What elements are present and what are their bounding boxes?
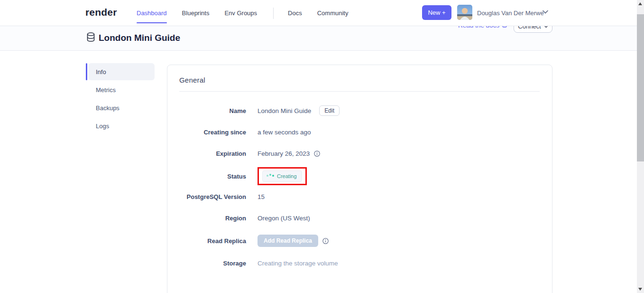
storage-value: Creating the storage volume (258, 260, 338, 267)
creating-since-label: Creating since (179, 129, 246, 136)
avatar-photo (457, 5, 472, 20)
edit-name-button[interactable]: Edit (319, 105, 340, 116)
row-read-replica: Read Replica Add Read Replica (179, 235, 540, 247)
row-expiration: Expiration February 26, 2023 (179, 149, 540, 159)
region-label: Region (179, 215, 246, 222)
nav-divider (273, 8, 274, 19)
sidebar-nav: Info Metrics Backups Logs (88, 63, 155, 135)
expiration-value: February 26, 2023 (258, 150, 310, 157)
row-name: Name London Mini Guide Edit (179, 105, 540, 116)
page-header: London Mini Guide Read the docs Connect (0, 26, 644, 51)
name-value: London Mini Guide (258, 107, 311, 114)
sidebar-item-logs[interactable]: Logs (88, 117, 155, 134)
top-navbar: render Dashboard Blueprints Env Groups D… (0, 0, 644, 26)
general-card: General Name London Mini Guide Edit Crea… (167, 65, 552, 293)
render-logo[interactable]: render (85, 7, 117, 18)
row-region: Region Oregon (US West) (179, 213, 540, 223)
new-button[interactable]: New + (422, 5, 451, 20)
user-avatar[interactable] (457, 5, 472, 20)
scroll-down-icon[interactable] (638, 288, 642, 291)
status-badge-text: Creating (277, 173, 297, 179)
status-label: Status (179, 173, 246, 180)
nav-community[interactable]: Community (317, 0, 349, 26)
sidebar-item-info[interactable]: Info (88, 63, 155, 80)
chevron-down-icon[interactable] (543, 9, 548, 15)
primary-nav: Dashboard Blueprints Env Groups Docs Com… (137, 0, 363, 26)
sidebar-active-indicator (86, 63, 87, 80)
sidebar-item-metrics[interactable]: Metrics (88, 81, 155, 98)
sidebar-item-backups[interactable]: Backups (88, 99, 155, 116)
vertical-scrollbar[interactable] (637, 0, 644, 293)
row-creating-since: Creating since a few seconds ago (179, 127, 540, 137)
nav-dashboard[interactable]: Dashboard (137, 0, 167, 26)
scrollbar-thumb[interactable] (637, 14, 644, 161)
info-icon[interactable] (314, 151, 320, 157)
expiration-label: Expiration (179, 150, 246, 157)
status-badge: Creating (262, 170, 302, 182)
annotation-highlight-box: Creating (258, 167, 307, 185)
pg-version-label: PostgreSQL Version (179, 193, 246, 200)
creating-since-value: a few seconds ago (258, 129, 311, 136)
database-icon (87, 32, 95, 44)
name-label: Name (179, 107, 246, 114)
row-pg-version: PostgreSQL Version 15 (179, 192, 540, 202)
row-storage: Storage Creating the storage volume (179, 258, 540, 268)
storage-label: Storage (179, 260, 246, 267)
card-heading: General (179, 76, 540, 84)
add-read-replica-button[interactable]: Add Read Replica (258, 235, 318, 247)
user-name[interactable]: Douglas Van Der Merwe (477, 9, 544, 17)
row-status: Status Creating (179, 167, 540, 185)
read-replica-label: Read Replica (179, 237, 246, 245)
nav-docs[interactable]: Docs (288, 0, 302, 26)
region-value: Oregon (US West) (258, 215, 310, 222)
scroll-up-icon[interactable] (638, 2, 642, 5)
card-divider (179, 91, 540, 92)
page-title: London Mini Guide (99, 33, 180, 43)
pg-version-value: 15 (258, 193, 265, 200)
info-icon[interactable] (322, 238, 329, 244)
loading-dots-icon (267, 175, 274, 177)
nav-blueprints[interactable]: Blueprints (182, 0, 210, 26)
nav-env-groups[interactable]: Env Groups (224, 0, 257, 26)
